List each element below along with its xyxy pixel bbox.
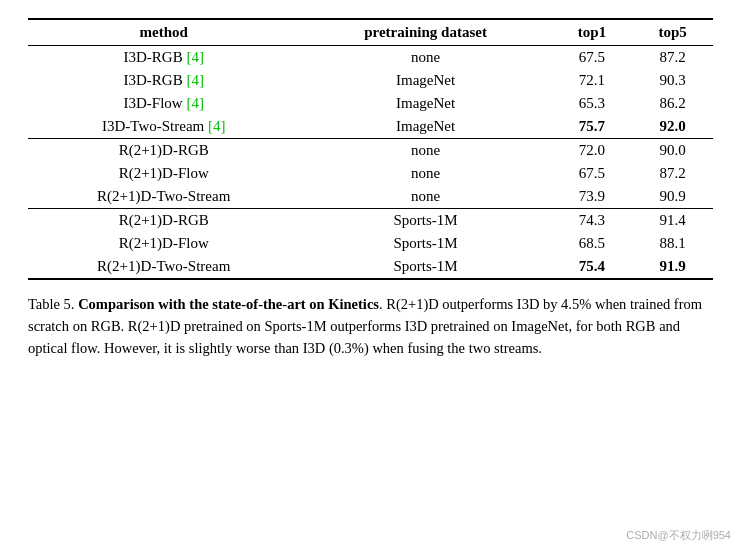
table-row: R(2+1)D-RGBSports-1M74.391.4 xyxy=(28,209,713,233)
cell-method: R(2+1)D-Flow xyxy=(28,232,299,255)
cell-top1: 72.1 xyxy=(552,69,633,92)
cell-method: R(2+1)D-Flow xyxy=(28,162,299,185)
cell-pretrain: none xyxy=(299,185,551,209)
col-header-pretrain: pretraining dataset xyxy=(299,19,551,46)
table-row: R(2+1)D-Two-Streamnone73.990.9 xyxy=(28,185,713,209)
cell-pretrain: ImageNet xyxy=(299,92,551,115)
cell-top5: 88.1 xyxy=(632,232,713,255)
table-row: R(2+1)D-Flownone67.587.2 xyxy=(28,162,713,185)
cell-top1: 67.5 xyxy=(552,46,633,70)
cell-method: R(2+1)D-Two-Stream xyxy=(28,255,299,279)
table-row: I3D-Two-Stream [4]ImageNet75.792.0 xyxy=(28,115,713,139)
cell-method: I3D-RGB [4] xyxy=(28,46,299,70)
cell-top5: 90.9 xyxy=(632,185,713,209)
cell-top1: 75.7 xyxy=(552,115,633,139)
table-row: I3D-RGB [4]ImageNet72.190.3 xyxy=(28,69,713,92)
cell-method: I3D-Two-Stream [4] xyxy=(28,115,299,139)
col-header-method: method xyxy=(28,19,299,46)
cell-pretrain: none xyxy=(299,46,551,70)
cell-top5: 86.2 xyxy=(632,92,713,115)
col-header-top1: top1 xyxy=(552,19,633,46)
cell-top5: 90.0 xyxy=(632,139,713,163)
cell-pretrain: ImageNet xyxy=(299,115,551,139)
cell-top5: 87.2 xyxy=(632,46,713,70)
table-header-row: method pretraining dataset top1 top5 xyxy=(28,19,713,46)
cell-pretrain: Sports-1M xyxy=(299,232,551,255)
cell-top1: 68.5 xyxy=(552,232,633,255)
cell-top5: 87.2 xyxy=(632,162,713,185)
table-row: R(2+1)D-FlowSports-1M68.588.1 xyxy=(28,232,713,255)
table-row: I3D-RGB [4]none67.587.2 xyxy=(28,46,713,70)
cell-top1: 74.3 xyxy=(552,209,633,233)
table-row: R(2+1)D-Two-StreamSports-1M75.491.9 xyxy=(28,255,713,279)
cell-pretrain: Sports-1M xyxy=(299,209,551,233)
table-row: R(2+1)D-RGBnone72.090.0 xyxy=(28,139,713,163)
cell-top5: 92.0 xyxy=(632,115,713,139)
cell-method: R(2+1)D-RGB xyxy=(28,209,299,233)
table-container: method pretraining dataset top1 top5 I3D… xyxy=(28,18,713,280)
cell-method: R(2+1)D-RGB xyxy=(28,139,299,163)
col-header-top5: top5 xyxy=(632,19,713,46)
caption-bold-text: Comparison with the state-of-the-art on … xyxy=(78,296,379,312)
results-table: method pretraining dataset top1 top5 I3D… xyxy=(28,18,713,280)
table-row: I3D-Flow [4]ImageNet65.386.2 xyxy=(28,92,713,115)
cell-top1: 67.5 xyxy=(552,162,633,185)
cell-pretrain: ImageNet xyxy=(299,69,551,92)
cell-top5: 91.4 xyxy=(632,209,713,233)
cell-top1: 65.3 xyxy=(552,92,633,115)
cell-top1: 73.9 xyxy=(552,185,633,209)
cell-method: R(2+1)D-Two-Stream xyxy=(28,185,299,209)
cell-pretrain: Sports-1M xyxy=(299,255,551,279)
cell-top5: 90.3 xyxy=(632,69,713,92)
cell-top1: 75.4 xyxy=(552,255,633,279)
cell-method: I3D-Flow [4] xyxy=(28,92,299,115)
cell-method: I3D-RGB [4] xyxy=(28,69,299,92)
cell-top5: 91.9 xyxy=(632,255,713,279)
cell-pretrain: none xyxy=(299,162,551,185)
caption-label: Table 5. xyxy=(28,296,78,312)
cell-top1: 72.0 xyxy=(552,139,633,163)
cell-pretrain: none xyxy=(299,139,551,163)
table-caption: Table 5. Comparison with the state-of-th… xyxy=(28,294,713,359)
watermark: CSDN@不权力咧954 xyxy=(626,528,731,543)
